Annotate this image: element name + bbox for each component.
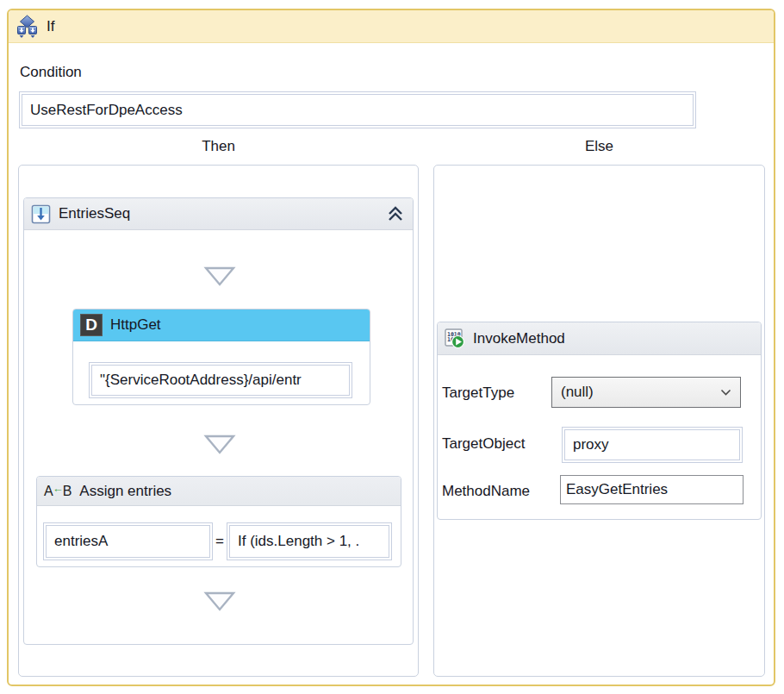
assign-title: Assign entries (79, 483, 171, 500)
methodname-textbox[interactable]: EasyGetEntries (560, 475, 744, 504)
targetobject-label: TargetObject (442, 435, 525, 453)
then-branch-label: Then (18, 138, 419, 155)
targettype-label: TargetType (442, 385, 514, 402)
condition-expression-box[interactable]: UseRestForDpeAccess (19, 91, 696, 128)
sequence-icon (31, 204, 51, 224)
sequence-activity-entriesseq[interactable]: EntriesSeq (23, 197, 414, 645)
condition-expression-value: UseRestForDpeAccess (22, 94, 694, 126)
assign-target-value: entriesA (46, 525, 210, 558)
sequence-header[interactable]: EntriesSeq (24, 198, 413, 230)
targetobject-value: proxy (564, 429, 740, 460)
invokemethod-header[interactable]: 1010 10 InvokeMethod (438, 322, 761, 355)
workflow-designer-canvas: If Condition UseRestForDpeAccess Then El… (0, 0, 784, 694)
httpget-url-expression-value: "{ServiceRootAddress}/api/entr (91, 365, 350, 396)
assign-target-expression-box[interactable]: entriesA (43, 522, 213, 560)
httpget-title: HttpGet (110, 316, 161, 334)
sequence-title: EntriesSeq (59, 205, 130, 222)
targetobject-expression-box[interactable]: proxy (562, 427, 743, 463)
if-activity-header[interactable]: If (9, 10, 774, 43)
methodname-value: EasyGetEntries (566, 481, 668, 498)
assign-ab-icon: A←B (44, 484, 72, 499)
if-activity-title: If (47, 18, 54, 35)
httpget-url-expression-box[interactable]: "{ServiceRootAddress}/api/entr (89, 362, 352, 398)
httpget-d-icon: D (80, 314, 103, 336)
drop-target-triangle-icon[interactable] (203, 434, 236, 455)
assign-value-expression-box[interactable]: If (ids.Length > 1, . (227, 522, 392, 560)
drop-target-triangle-icon[interactable] (203, 266, 236, 287)
targettype-dropdown[interactable]: (null) (551, 377, 741, 408)
assign-value-expression: If (ids.Length > 1, . (229, 525, 389, 558)
targettype-selected-value: (null) (561, 384, 594, 401)
invokemethod-title: InvokeMethod (473, 330, 565, 347)
httpget-header[interactable]: D HttpGet (73, 309, 370, 341)
assign-header[interactable]: A←B Assign entries (37, 477, 401, 506)
invokemethod-icon: 1010 10 (445, 328, 465, 349)
collapse-chevron-double-up-icon[interactable] (385, 204, 406, 223)
else-branch-label: Else (433, 138, 765, 155)
assign-icon-b: B (63, 484, 72, 499)
condition-label: Condition (20, 64, 82, 81)
assign-icon-arrow: ← (53, 482, 64, 495)
if-icon (16, 15, 39, 39)
drop-target-triangle-icon[interactable] (203, 591, 236, 612)
chevron-down-icon (720, 389, 731, 397)
methodname-label: MethodName (442, 483, 530, 500)
assign-equals-sign: = (215, 533, 224, 550)
